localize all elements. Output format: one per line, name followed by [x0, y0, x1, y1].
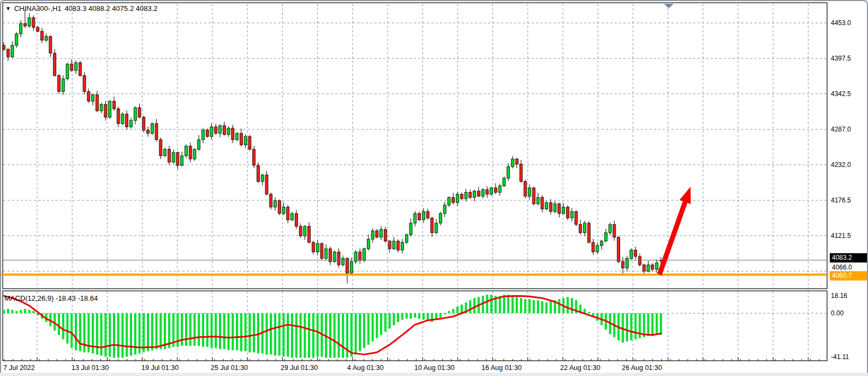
price-axis-label: 4287.0	[831, 126, 851, 133]
time-axis-label: 7 Jul 2022	[3, 364, 35, 372]
macd-indicator-label: MACD(12,26,9) -18.43 -18.64	[4, 294, 98, 302]
symbol-dropdown-icon[interactable]: ▼	[5, 6, 11, 11]
trend-arrow[interactable]	[659, 187, 691, 274]
status-strip	[0, 373, 868, 375]
price-axis-label-4066: 4066.0	[832, 264, 852, 271]
current-price-tag: 4083.2	[830, 253, 868, 262]
time-axis-label: 4 Aug 01:30	[347, 364, 384, 372]
time-axis-label: 26 Aug 01:30	[622, 364, 662, 372]
price-axis-label: 4453.0	[831, 19, 851, 27]
symbol-period-label: CHINA300-,H1	[14, 4, 62, 13]
chart-canvas[interactable]	[1, 1, 867, 374]
price-axis-label: 4232.0	[831, 161, 851, 169]
macd-axis-label: -41.11	[831, 353, 849, 361]
price-axis-label: 4397.5	[831, 55, 851, 62]
time-axis-label: 19 Jul 01:30	[141, 364, 179, 372]
time-axis-label: 25 Jul 01:30	[211, 364, 248, 372]
macd-axis-label: 18.16	[831, 292, 847, 300]
price-axis-label: 4342.5	[831, 90, 851, 98]
ohlc-values: 4083.3 4088.2 4075.2 4083.2	[65, 4, 158, 13]
time-axis-label: 10 Aug 01:30	[414, 364, 455, 372]
macd-axis-label: 0.00	[831, 309, 843, 317]
price-axis-label: 4121.5	[831, 232, 851, 240]
chart-window: ▼ CHINA300-,H1 4083.3 4088.2 4075.2 4083…	[0, 0, 868, 375]
chart-shift-marker[interactable]	[664, 4, 674, 8]
time-axis-label: 13 Jul 01:30	[72, 364, 109, 372]
time-axis-label: 29 Jul 01:30	[281, 364, 318, 372]
time-axis-label: 22 Aug 01:30	[560, 364, 601, 372]
support-price-tag[interactable]: 4060.7	[830, 271, 868, 280]
time-axis-label: 16 Aug 01:30	[481, 364, 522, 372]
price-axis-label: 4176.5	[831, 196, 851, 204]
chart-title: ▼ CHINA300-,H1 4083.3 4088.2 4075.2 4083…	[5, 4, 158, 13]
